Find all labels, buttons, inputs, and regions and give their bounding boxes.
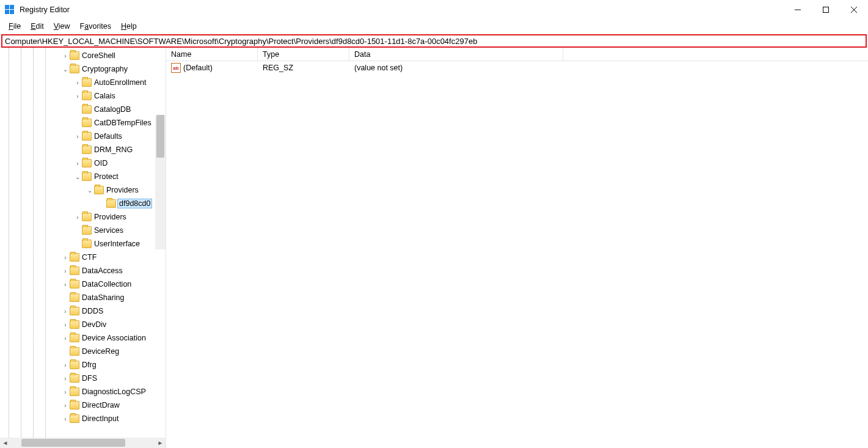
chevron-right-icon[interactable]: › [61, 389, 70, 395]
folder-icon [70, 401, 79, 409]
chevron-right-icon[interactable]: › [73, 214, 82, 221]
tree-item[interactable]: ›Device Association [0, 331, 166, 345]
tree-item-label: Device Association [82, 334, 146, 342]
window-title: Registry Editor [20, 6, 70, 14]
tree-item[interactable]: ›DataCollection [0, 277, 166, 291]
chevron-right-icon[interactable]: › [61, 254, 70, 261]
values-list[interactable]: ab(Default)REG_SZ(value not set) [166, 61, 868, 448]
folder-icon [70, 280, 79, 288]
column-type[interactable]: Type [258, 48, 349, 61]
tree-item[interactable]: ›DiagnosticLogCSP [0, 385, 166, 398]
chevron-down-icon[interactable]: ⌄ [73, 174, 82, 180]
tree-vertical-scrollbar[interactable] [155, 115, 166, 249]
chevron-right-icon[interactable]: › [61, 281, 70, 288]
menu-favorites[interactable]: Favorites [75, 21, 116, 32]
tree-item[interactable]: ›AutoEnrollment [0, 76, 166, 89]
tree-item[interactable]: ›CTF [0, 251, 166, 264]
folder-icon [82, 240, 92, 248]
tree-item-label: DFS [82, 374, 97, 383]
tree-item-label: DeviceReg [82, 347, 119, 356]
menu-file[interactable]: File [4, 21, 26, 32]
regedit-icon [5, 5, 15, 15]
chevron-right-icon[interactable]: › [61, 53, 70, 59]
chevron-right-icon[interactable]: › [61, 416, 70, 422]
chevron-right-icon[interactable]: › [61, 402, 70, 409]
tree-item[interactable]: ⌄Protect [0, 170, 166, 183]
column-name[interactable]: Name [166, 48, 258, 61]
tree-item-label: DiagnosticLogCSP [82, 387, 146, 396]
menu-view[interactable]: View [49, 21, 75, 32]
minimize-button[interactable] [784, 0, 812, 20]
tree-item-label: DirectDraw [82, 401, 120, 409]
folder-icon [82, 159, 92, 167]
tree-item-label: CatalogDB [94, 105, 131, 114]
chevron-right-icon[interactable]: › [61, 335, 70, 342]
menu-edit[interactable]: Edit [26, 21, 49, 32]
folder-icon [82, 92, 92, 100]
titlebar: Registry Editor [0, 0, 868, 20]
tree-item-label: Calais [94, 92, 115, 100]
tree-item[interactable]: ⌄Cryptography [0, 62, 166, 76]
tree-item[interactable]: ›DFS [0, 372, 166, 385]
tree-item[interactable]: ›DevDiv [0, 318, 166, 331]
menu-help[interactable]: Help [116, 21, 142, 32]
chevron-right-icon[interactable]: › [73, 133, 82, 140]
tree-item[interactable]: DeviceReg [0, 345, 166, 358]
tree-item[interactable]: ›Providers [0, 210, 166, 224]
tree-item[interactable]: df9d8cd0 [0, 197, 166, 210]
tree-item[interactable]: ›OID [0, 156, 166, 170]
tree-item[interactable]: ⌄Providers [0, 183, 166, 197]
scroll-right-icon[interactable]: ► [155, 438, 166, 448]
tree-item-label: Cryptography [82, 65, 128, 73]
column-data[interactable]: Data [349, 48, 563, 61]
tree-item[interactable]: ›DataAccess [0, 264, 166, 277]
address-text: Computer\HKEY_LOCAL_MACHINE\SOFTWARE\Mic… [5, 37, 477, 46]
folder-icon [70, 374, 79, 383]
tree-horizontal-scrollbar[interactable]: ◄ ► [0, 438, 166, 448]
folder-icon [70, 253, 79, 262]
values-pane: Name Type Data ab(Default)REG_SZ(value n… [166, 48, 868, 448]
tree-item[interactable]: ›DirectDraw [0, 398, 166, 412]
tree-item[interactable]: ›Dfrg [0, 358, 166, 372]
folder-icon [82, 213, 92, 221]
tree[interactable]: ›CoreShell⌄Cryptography›AutoEnrollment›C… [0, 48, 166, 425]
tree-item[interactable]: DataSharing [0, 291, 166, 304]
scroll-left-icon[interactable]: ◄ [0, 438, 10, 448]
folder-icon [70, 361, 79, 369]
address-bar[interactable]: Computer\HKEY_LOCAL_MACHINE\SOFTWARE\Mic… [1, 34, 867, 48]
close-button[interactable] [840, 0, 868, 20]
tree-item-label: AutoEnrollment [94, 78, 146, 87]
tree-item[interactable]: ›Defaults [0, 130, 166, 143]
tree-item[interactable]: ›Calais [0, 89, 166, 103]
folder-icon [70, 307, 79, 315]
chevron-right-icon[interactable]: › [61, 308, 70, 315]
tree-item[interactable]: DRM_RNG [0, 143, 166, 156]
tree-item[interactable]: CatDBTempFiles [0, 116, 166, 130]
value-row[interactable]: ab(Default)REG_SZ(value not set) [166, 61, 868, 75]
tree-item[interactable]: ›CoreShell [0, 49, 166, 62]
tree-item-label: DDDS [82, 307, 103, 315]
chevron-down-icon[interactable]: ⌄ [86, 187, 94, 194]
tree-item[interactable]: ›DDDS [0, 304, 166, 318]
tree-item[interactable]: CatalogDB [0, 103, 166, 116]
tree-item[interactable]: Services [0, 224, 166, 237]
folder-icon [70, 347, 79, 356]
tree-item[interactable]: ›DirectInput [0, 412, 166, 425]
chevron-right-icon[interactable]: › [73, 79, 82, 86]
folder-icon [82, 145, 92, 154]
tree-item-label: DevDiv [82, 320, 106, 329]
tree-item-label: Protect [94, 172, 119, 181]
chevron-right-icon[interactable]: › [73, 160, 82, 167]
chevron-right-icon[interactable]: › [61, 268, 70, 274]
value-name: (Default) [183, 64, 213, 72]
folder-icon [70, 293, 79, 302]
chevron-right-icon[interactable]: › [61, 321, 70, 328]
tree-item-label: Providers [94, 213, 126, 221]
chevron-right-icon[interactable]: › [73, 93, 82, 100]
tree-item[interactable]: UserInterface [0, 237, 166, 251]
maximize-button[interactable] [812, 0, 840, 20]
chevron-down-icon[interactable]: ⌄ [61, 66, 70, 73]
chevron-right-icon[interactable]: › [61, 375, 70, 382]
tree-item-label: DirectInput [82, 414, 119, 423]
chevron-right-icon[interactable]: › [61, 362, 70, 369]
